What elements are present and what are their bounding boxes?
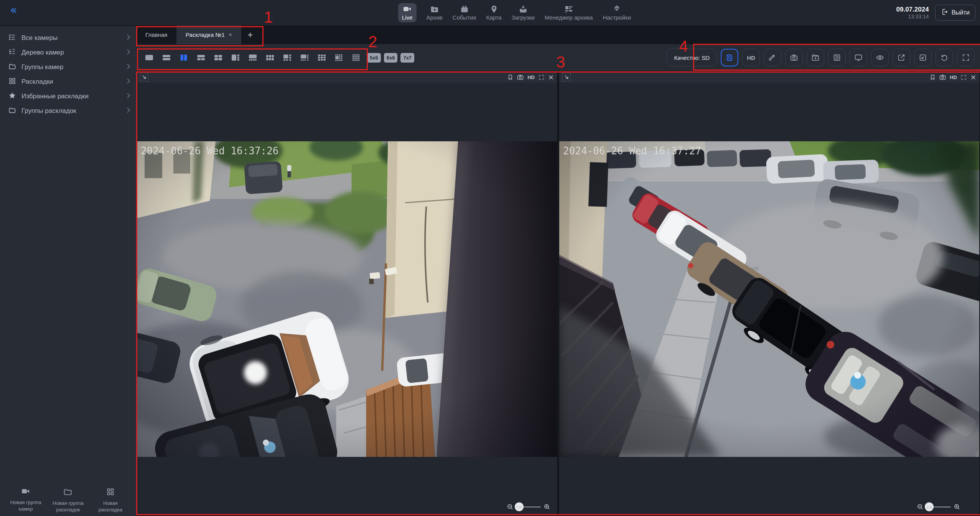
camera-2-video[interactable]: 2024-06-26 Wed 16:37:27: [559, 141, 979, 457]
layout-1-plus-2-button[interactable]: [193, 51, 209, 64]
zoom-slider[interactable]: 1.0: [926, 506, 951, 508]
chevron-right-icon: [126, 34, 131, 42]
new-layout-button[interactable]: Новая раскладка: [89, 487, 132, 514]
display-button[interactable]: [850, 49, 867, 66]
snapshot-camera-icon: [517, 74, 524, 80]
map-pin-icon: [489, 5, 499, 13]
resize-arrow-icon: [564, 75, 569, 79]
tab-layout-1[interactable]: Раскладка №1 ×: [176, 25, 241, 44]
zoom-in-button[interactable]: [954, 504, 960, 510]
nav-archive[interactable]: Архив: [427, 5, 443, 21]
quality-button[interactable]: Качество: SD: [667, 49, 717, 66]
vms-app: « Live Архив События: [0, 0, 980, 516]
layout-big-tl-3x3-button[interactable]: [280, 51, 295, 64]
layout-4x4-button[interactable]: [349, 51, 364, 64]
zoom-out-button[interactable]: [917, 504, 923, 510]
tile-resize-handle[interactable]: [562, 73, 571, 81]
layout-3x3-button[interactable]: [314, 51, 329, 64]
zoom-slider[interactable]: 1.0: [516, 506, 541, 508]
refresh-button[interactable]: [936, 49, 953, 66]
layout-1x1-icon: [144, 54, 154, 61]
tile-fullscreen-button[interactable]: [539, 74, 544, 80]
zoom-slider-knob[interactable]: 1.0: [515, 503, 524, 511]
nav-downloads[interactable]: Загрузки: [512, 5, 535, 21]
layout-1x1-button[interactable]: [142, 51, 157, 64]
layout-2-columns-button[interactable]: [176, 51, 191, 64]
list-panel-icon: [833, 53, 841, 62]
camera-1-timestamp: 2024-06-26 Wed 16:37:26: [141, 145, 278, 156]
nav-archive-manager[interactable]: Менеджер архива: [545, 5, 593, 21]
layout-6x6-button[interactable]: 6x6: [384, 53, 398, 63]
close-icon: [548, 74, 554, 80]
tile-resize-handle[interactable]: [140, 73, 148, 81]
layout-viewport: HD: [136, 71, 980, 516]
star-icon: [8, 92, 16, 101]
clear-layout-button[interactable]: [764, 49, 781, 66]
sidebar-collapse-button[interactable]: «: [8, 4, 19, 16]
date-label: 09.07.2024: [896, 5, 929, 13]
archive-view-button[interactable]: [807, 49, 824, 66]
layout-2-columns-icon: [179, 54, 189, 61]
minimize-to-window-button[interactable]: [914, 49, 932, 66]
nav-live[interactable]: Live: [398, 3, 417, 22]
brush-icon: [768, 53, 777, 62]
tile-2-body: 2024-06-26 Wed 16:37:27 1.0: [559, 83, 979, 515]
zoom-slider-knob[interactable]: 1.0: [925, 503, 934, 511]
save-layout-button[interactable]: [721, 49, 738, 66]
zoom-out-icon: [507, 504, 513, 510]
tile-fullscreen-button[interactable]: [961, 74, 967, 80]
visibility-button[interactable]: [871, 49, 889, 66]
zoom-in-button[interactable]: [544, 504, 550, 510]
tab-home-label: Главная: [145, 31, 167, 38]
archive-folder-icon: [430, 5, 439, 13]
layout-big-top-row-button[interactable]: [245, 51, 260, 64]
nav-settings[interactable]: Настройки: [603, 5, 631, 21]
layout-2x3-button[interactable]: [262, 51, 278, 64]
sidebar-item-layouts[interactable]: Раскладки: [0, 74, 136, 89]
logout-button[interactable]: Выйти: [935, 5, 975, 21]
export-button[interactable]: [893, 49, 910, 66]
sidebar-item-camera-tree[interactable]: Дерево камер: [0, 45, 136, 60]
archive-play-icon: [811, 53, 820, 62]
new-camera-group-button[interactable]: Новая группа камер: [5, 487, 47, 514]
layout-2x2-button[interactable]: [211, 51, 226, 64]
snapshot-camera-icon: [939, 74, 946, 80]
layout-grid-icon: [8, 77, 16, 87]
sidebar-item-all-cameras[interactable]: Все камеры: [0, 31, 136, 45]
layout-big-tl-wide-button[interactable]: [297, 51, 312, 64]
sidebar-item-camera-groups[interactable]: Группы камер: [0, 60, 136, 74]
zoom-out-button[interactable]: [507, 504, 513, 510]
tile-close-button[interactable]: [970, 74, 976, 80]
tab-home[interactable]: Главная: [136, 25, 176, 44]
layout-7x7-button[interactable]: 7x7: [400, 53, 414, 63]
add-tab-button[interactable]: +: [241, 25, 259, 44]
layout-2-rows-button[interactable]: [159, 51, 174, 64]
snapshot-all-button[interactable]: [785, 49, 803, 66]
tile-close-button[interactable]: [548, 74, 554, 80]
tab-close-icon[interactable]: ×: [229, 31, 232, 38]
sidebar-item-layout-groups[interactable]: Группы раскладок: [0, 104, 136, 118]
tile-bookmark-button[interactable]: [507, 74, 513, 80]
layout-5x5-button[interactable]: 5x5: [367, 53, 381, 63]
fullscreen-icon: [539, 74, 544, 80]
layout-big-left-col-button[interactable]: [228, 51, 243, 64]
tile-hd-toggle[interactable]: HD: [950, 74, 957, 80]
events-panel-button[interactable]: [828, 49, 846, 66]
new-layout-group-button[interactable]: Новая группа раскладок: [47, 487, 89, 514]
hd-quality-button[interactable]: HD: [742, 49, 760, 66]
tile-bookmark-button[interactable]: [930, 74, 936, 80]
sidebar-item-favorite-layouts[interactable]: Избранные раскладки: [0, 89, 136, 104]
nav-events[interactable]: События: [453, 5, 476, 21]
tile-snapshot-button[interactable]: [517, 74, 524, 80]
tile-snapshot-button[interactable]: [939, 74, 946, 80]
layout-4x4-icon: [351, 54, 361, 61]
layout-buttons-group: 5x5 6x6 7x7: [142, 51, 414, 64]
tile-hd-toggle[interactable]: HD: [527, 74, 535, 80]
camera-1-video[interactable]: 2024-06-26 Wed 16:37:26: [137, 141, 557, 457]
fullscreen-button[interactable]: [957, 49, 975, 66]
layout-4x4-big-center-button[interactable]: [331, 51, 347, 64]
nav-map[interactable]: Карта: [486, 5, 501, 21]
main-area: Главная Раскладка №1 × +: [136, 25, 980, 516]
nav-live-label: Live: [402, 14, 413, 21]
video-camera-icon: [21, 488, 30, 497]
